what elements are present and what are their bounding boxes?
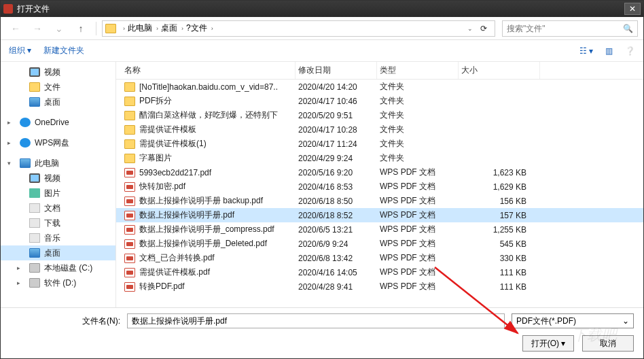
annotation-arrow xyxy=(0,0,644,359)
svg-line-0 xyxy=(435,267,518,333)
